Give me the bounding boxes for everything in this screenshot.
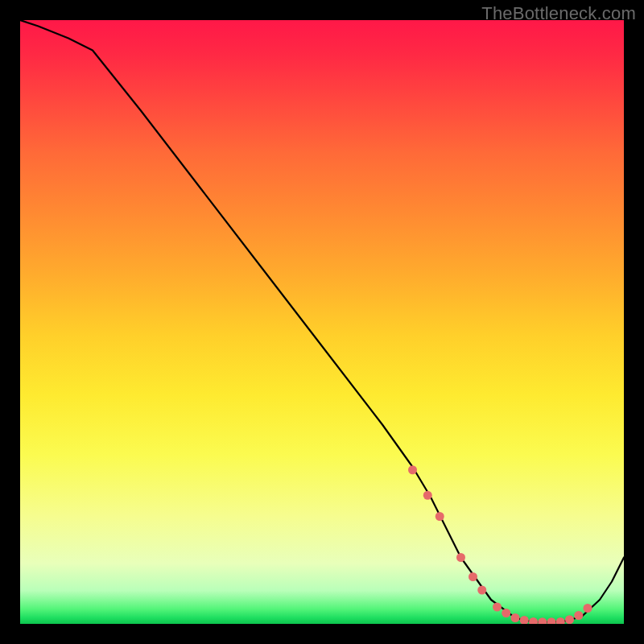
svg-point-3 [456,553,465,562]
svg-point-13 [556,617,565,624]
svg-point-14 [565,615,574,624]
highlight-dots [408,465,592,624]
watermark-text: TheBottleneck.com [481,3,636,24]
svg-point-12 [547,617,556,624]
bottleneck-curve [20,20,624,622]
svg-point-1 [423,491,432,500]
svg-point-15 [574,611,583,620]
svg-point-5 [477,586,486,595]
svg-point-16 [584,604,592,613]
svg-point-11 [538,617,547,624]
svg-point-9 [520,616,529,624]
chart-overlay [20,20,624,624]
svg-point-8 [511,613,520,622]
chart-frame: TheBottleneck.com [0,0,644,644]
svg-point-0 [408,465,417,474]
svg-point-7 [502,609,510,617]
svg-point-4 [469,572,477,581]
svg-point-10 [529,617,538,624]
svg-point-2 [436,512,444,521]
svg-point-6 [493,603,502,612]
plot-area [20,20,624,624]
